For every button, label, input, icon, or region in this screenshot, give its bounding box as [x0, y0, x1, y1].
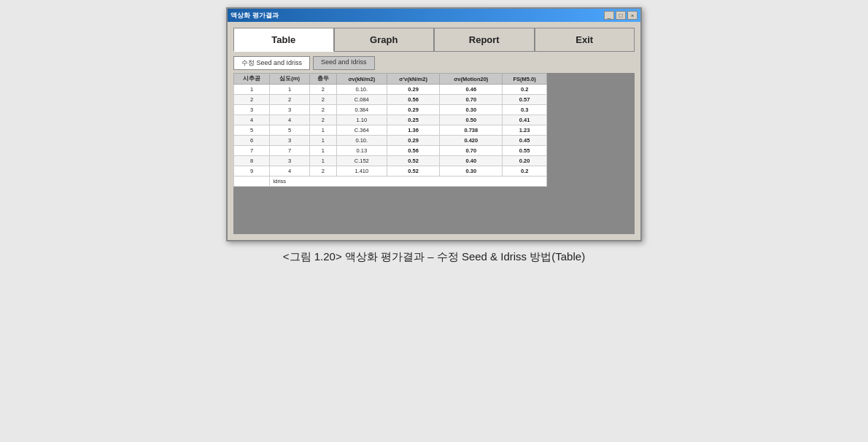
table-cell: 1: [310, 146, 336, 156]
table-cell: 1: [234, 85, 270, 95]
table-cell: 0.2: [503, 166, 547, 177]
close-button[interactable]: ×: [627, 11, 638, 20]
table-row: 551C.3641.360.7381.23: [234, 125, 547, 136]
col-sv: σv(kN/m2): [336, 74, 387, 85]
table-row: 7710.130.560.700.55: [234, 146, 547, 156]
table-cell: 7: [270, 146, 310, 156]
maximize-button[interactable]: □: [616, 11, 626, 20]
col-depth: 심도(m): [270, 74, 310, 85]
application-window: 액상화 평가결과 _ □ × Table Graph Report Exit 수…: [226, 7, 642, 241]
table-cell: 0.50: [440, 115, 503, 125]
table-cell: 0.45: [503, 136, 547, 146]
table-cell: 0.55: [503, 146, 547, 156]
table-row: 9421.4100.520.300.2: [234, 166, 547, 177]
titlebar: 액상화 평가결과 _ □ ×: [228, 9, 640, 22]
table-cell: 1.23: [503, 125, 547, 136]
col-id: 시추공: [234, 74, 270, 85]
table-cell: 0.30: [440, 166, 503, 177]
minimize-button[interactable]: _: [604, 11, 614, 20]
table-cell: 0.70: [440, 146, 503, 156]
table-cell: 3: [270, 136, 310, 146]
figure-caption: <그림 1.20> 액상화 평가결과 – 수정 Seed & Idriss 방법…: [283, 250, 585, 264]
table-cell: 1.10: [336, 115, 387, 125]
table-cell: 1: [310, 136, 336, 146]
window-content: Table Graph Report Exit 수정 Seed and Idri…: [228, 22, 640, 240]
table-row: 4421.100.250.500.41: [234, 115, 547, 125]
table-cell: 4: [234, 115, 270, 125]
tab-table[interactable]: Table: [233, 28, 334, 52]
table-cell: 0.3: [503, 105, 547, 115]
col-sv2: σ'v(kN/m2): [387, 74, 440, 85]
table-cell: 2: [310, 85, 336, 95]
data-table: 시추공 심도(m) 층두 σv(kN/m2) σ'v(kN/m2) σv(Mot…: [233, 73, 547, 187]
table-wrapper: 시추공 심도(m) 층두 σv(kN/m2) σ'v(kN/m2) σv(Mot…: [233, 73, 635, 187]
table-cell: 0.29: [387, 85, 440, 95]
col-fs: FS(M5.0): [503, 74, 547, 85]
footer-cell: [234, 177, 270, 187]
table-cell: 3: [270, 156, 310, 166]
table-cell: 2: [310, 115, 336, 125]
window-title: 액상화 평가결과: [230, 11, 279, 20]
tab-report[interactable]: Report: [434, 28, 535, 52]
table-cell: C.084: [336, 95, 387, 105]
table-cell: C.152: [336, 156, 387, 166]
table-cell: 2: [310, 166, 336, 177]
table-cell: 0.56: [387, 95, 440, 105]
table-cell: 1.36: [387, 125, 440, 136]
bottom-gray-area: [233, 187, 635, 234]
table-cell: 5: [270, 125, 310, 136]
table-row: 222C.0840.560.700.57: [234, 95, 547, 105]
table-cell: 0.29: [387, 105, 440, 115]
subtab-seed-idriss[interactable]: 수정 Seed and Idriss: [233, 56, 310, 70]
tab-exit[interactable]: Exit: [535, 28, 635, 52]
table-cell: 1: [270, 85, 310, 95]
table-cell: 0.25: [387, 115, 440, 125]
table-cell: 0.10.: [336, 136, 387, 146]
col-sv3: σv(Motion20): [440, 74, 503, 85]
sub-tab-bar: 수정 Seed and Idriss Seed and Idriss: [233, 56, 635, 70]
table-cell: 0.420: [440, 136, 503, 146]
table-cell: 6: [234, 136, 270, 146]
table-cell: C.364: [336, 125, 387, 136]
table-row: 6310.10.0.290.4200.45: [234, 136, 547, 146]
table-cell: 4: [270, 166, 310, 177]
table-header-row: 시추공 심도(m) 층두 σv(kN/m2) σ'v(kN/m2) σv(Mot…: [234, 74, 547, 85]
table-cell: 0.41: [503, 115, 547, 125]
table-row: 1120.10.0.290.460.2: [234, 85, 547, 95]
table-cell: 2: [310, 95, 336, 105]
table-cell: 2: [310, 105, 336, 115]
table-cell: 0.52: [387, 166, 440, 177]
table-cell: 1.410: [336, 166, 387, 177]
footer-label: Idriss: [270, 177, 547, 187]
table-row: 831C.1520.520.400.20: [234, 156, 547, 166]
table-cell: 0.56: [387, 146, 440, 156]
table-cell: 0.30: [440, 105, 503, 115]
table-cell: 0.13: [336, 146, 387, 156]
table-cell: 0.20: [503, 156, 547, 166]
table-cell: 0.40: [440, 156, 503, 166]
table-cell: 3: [234, 105, 270, 115]
table-row: 3320.3840.290.300.3: [234, 105, 547, 115]
table-footer-row: Idriss: [234, 177, 547, 187]
table-cell: 0.57: [503, 95, 547, 105]
table-cell: 3: [270, 105, 310, 115]
table-cell: 8: [234, 156, 270, 166]
col-layer: 층두: [310, 74, 336, 85]
table-cell: 0.10.: [336, 85, 387, 95]
screenshot-container: 액상화 평가결과 _ □ × Table Graph Report Exit 수…: [0, 0, 868, 442]
right-gray-panel: [547, 73, 635, 187]
tab-graph[interactable]: Graph: [334, 28, 435, 52]
table-cell: 0.70: [440, 95, 503, 105]
table-cell: 7: [234, 146, 270, 156]
table-cell: 0.738: [440, 125, 503, 136]
table-cell: 0.29: [387, 136, 440, 146]
window-controls: _ □ ×: [604, 11, 638, 20]
table-cell: 0.384: [336, 105, 387, 115]
table-cell: 1: [310, 125, 336, 136]
subtab-seed-idriss-2[interactable]: Seed and Idriss: [313, 56, 375, 70]
main-tab-bar: Table Graph Report Exit: [233, 28, 635, 52]
table-cell: 2: [234, 95, 270, 105]
table-cell: 1: [310, 156, 336, 166]
table-cell: 2: [270, 95, 310, 105]
table-cell: 9: [234, 166, 270, 177]
